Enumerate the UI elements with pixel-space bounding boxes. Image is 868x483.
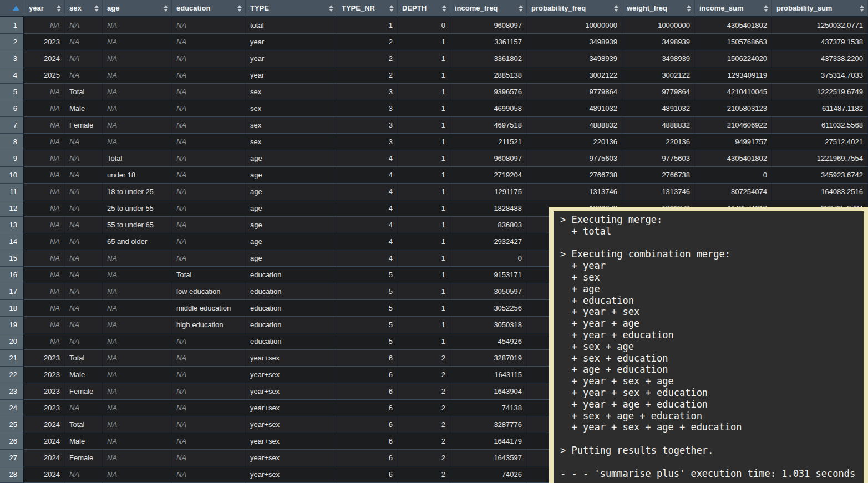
cell-year: NA [24, 283, 65, 300]
row-number: 10 [0, 167, 24, 184]
triangle-up-icon [94, 5, 99, 8]
cell-weight_freq: 3498939 [622, 34, 695, 50]
cell-education: NA [172, 167, 246, 184]
cell-sex: NA [65, 217, 103, 233]
column-label-income_freq: income_freq [455, 4, 498, 12]
cell-education: NA [172, 217, 246, 233]
cell-probability_freq: 9779864 [527, 84, 622, 100]
column-header-probability_sum[interactable]: probability_sum [772, 0, 868, 17]
cell-TYPE: education [246, 267, 337, 283]
cell-income_sum: 2105803123 [695, 100, 772, 117]
column-header-rownum[interactable] [0, 0, 24, 17]
cell-probability_freq: 4891032 [527, 100, 622, 117]
cell-TYPE: education [246, 333, 337, 350]
cell-year: NA [24, 317, 65, 333]
cell-probability_sum: 345923.6742 [772, 167, 868, 184]
sort-toggle-icon [764, 5, 768, 12]
cell-probability_freq: 3498939 [527, 34, 622, 50]
cell-probability_freq: 1313746 [527, 184, 622, 200]
cell-DEPTH: 1 [398, 134, 450, 150]
cell-year: NA [24, 184, 65, 200]
cell-TYPE_NR: 3 [337, 117, 398, 134]
cell-education: NA [172, 117, 246, 134]
cell-TYPE_NR: 5 [337, 333, 398, 350]
cell-income_sum: 1505768663 [695, 34, 772, 50]
cell-DEPTH: 1 [398, 200, 450, 217]
cell-income_freq: 2719204 [450, 167, 527, 184]
column-header-weight_freq[interactable]: weight_freq [622, 0, 695, 17]
console-overlay: > Executing merge: + total > Executing c… [549, 207, 868, 483]
column-header-TYPE[interactable]: TYPE [246, 0, 337, 17]
cell-TYPE: year+sex [246, 416, 337, 433]
cell-income_freq: 9153171 [450, 267, 527, 283]
column-header-content: probability_freq [527, 0, 622, 16]
cell-sex: NA [65, 250, 103, 267]
cell-age: NA [103, 267, 172, 283]
column-header-TYPE_NR[interactable]: TYPE_NR [337, 0, 398, 17]
cell-TYPE: age [246, 200, 337, 217]
cell-education: middle education [172, 300, 246, 317]
sort-toggle-icon [614, 5, 618, 12]
cell-DEPTH: 1 [398, 267, 450, 283]
cell-sex: Male [65, 100, 103, 117]
cell-education: NA [172, 233, 246, 250]
row-number: 15 [0, 250, 24, 267]
cell-TYPE: age [246, 150, 337, 167]
cell-age: NA [103, 350, 172, 367]
cell-income_freq: 836803 [450, 217, 527, 233]
table-row: 7NAFemaleNANAsex314697518488883248888322… [0, 117, 868, 134]
cell-education: NA [172, 200, 246, 217]
cell-probability_sum: 1222519.6749 [772, 84, 868, 100]
column-header-sex[interactable]: sex [65, 0, 103, 17]
column-header-year[interactable]: year [24, 0, 65, 17]
cell-TYPE_NR: 6 [337, 433, 398, 450]
table-row: 5NATotalNANAsex3193965769779864977986442… [0, 84, 868, 100]
column-header-education[interactable]: education [172, 0, 246, 17]
cell-income_sum: 4305401802 [695, 17, 772, 34]
cell-year: NA [24, 233, 65, 250]
cell-education: NA [172, 400, 246, 416]
cell-education: NA [172, 34, 246, 50]
row-number: 24 [0, 400, 24, 416]
cell-DEPTH: 1 [398, 150, 450, 167]
sort-toggle-icon [860, 5, 864, 12]
cell-TYPE_NR: 2 [337, 67, 398, 84]
column-label-weight_freq: weight_freq [627, 4, 667, 12]
cell-sex: Total [65, 416, 103, 433]
cell-year: 2025 [24, 67, 65, 84]
cell-year: 2023 [24, 383, 65, 400]
cell-DEPTH: 2 [398, 383, 450, 400]
cell-income_freq: 3050318 [450, 317, 527, 333]
row-number: 21 [0, 350, 24, 367]
column-header-content: income_freq [450, 0, 526, 16]
table-row: 42025NANANAyear2128851383002122300212212… [0, 67, 868, 84]
cell-probability_sum: 437338.2200 [772, 50, 868, 67]
column-header-age[interactable]: age [103, 0, 172, 17]
cell-income_freq: 3052256 [450, 300, 527, 317]
cell-income_freq: 3361157 [450, 34, 527, 50]
row-number: 4 [0, 67, 24, 84]
row-number: 11 [0, 184, 24, 200]
column-header-DEPTH[interactable]: DEPTH [398, 0, 450, 17]
column-label-probability_freq: probability_freq [531, 4, 586, 12]
row-number: 26 [0, 433, 24, 450]
column-header-income_sum[interactable]: income_sum [695, 0, 772, 17]
cell-sex: NA [65, 17, 103, 34]
cell-sex: NA [65, 167, 103, 184]
column-header-probability_freq[interactable]: probability_freq [527, 0, 622, 17]
cell-DEPTH: 2 [398, 450, 450, 466]
cell-education: NA [172, 367, 246, 383]
cell-TYPE_NR: 6 [337, 450, 398, 466]
cell-income_freq: 9608097 [450, 150, 527, 167]
cell-year: 2024 [24, 466, 65, 483]
cell-probability_sum: 437379.1538 [772, 34, 868, 50]
cell-age: NA [103, 367, 172, 383]
row-number: 27 [0, 450, 24, 466]
cell-TYPE_NR: 6 [337, 383, 398, 400]
column-header-income_freq[interactable]: income_freq [450, 0, 527, 17]
table-row: 32024NANANAyear2133618023498939349893915… [0, 50, 868, 67]
cell-TYPE_NR: 1 [337, 17, 398, 34]
table-row: 1NANANANAtotal10960809710000000100000004… [0, 17, 868, 34]
triangle-down-icon [614, 9, 618, 12]
cell-age: NA [103, 17, 172, 34]
